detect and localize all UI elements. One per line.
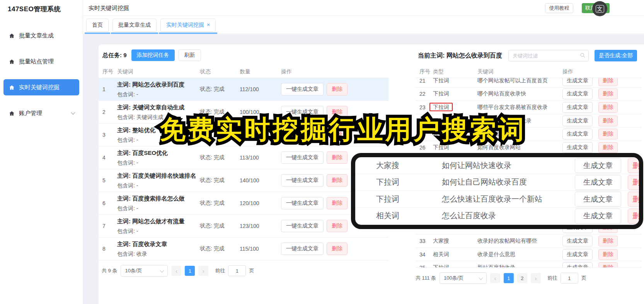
- delete-button[interactable]: 删除: [628, 158, 643, 173]
- delete-button[interactable]: 删除: [628, 209, 643, 224]
- generate-article-button[interactable]: 一键生成文章: [281, 151, 324, 164]
- generate-article-button[interactable]: 一键生成文章: [281, 83, 324, 95]
- generate-article-button[interactable]: 生成文章: [562, 78, 593, 86]
- delete-button[interactable]: 删除: [598, 88, 618, 99]
- row-number: 1: [102, 86, 117, 92]
- generate-article-button[interactable]: 一键生成文章: [281, 174, 324, 187]
- goto-label: 前往: [215, 267, 225, 274]
- page-1-button[interactable]: 1: [504, 273, 514, 283]
- table-row[interactable]: 7 主词: 网站怎么做才有流量 包含词: - 状态: 完成 123/100 一键…: [99, 215, 388, 238]
- generate-article-button[interactable]: 生成文章: [562, 129, 593, 139]
- page-unit-label: 页: [581, 275, 586, 282]
- include-word: 包含词: -: [117, 182, 200, 190]
- promo-headline-text: 免费实时挖掘行业用户搜索词: [160, 115, 526, 144]
- tab-batch-article[interactable]: 批量文章生成: [112, 19, 157, 32]
- generate-article-button[interactable]: 生成文章: [562, 142, 593, 153]
- delete-button[interactable]: 删除: [598, 236, 618, 246]
- generate-article-button[interactable]: 生成文章: [575, 158, 621, 173]
- generate-article-button[interactable]: 生成文章: [562, 262, 593, 268]
- add-task-button[interactable]: 添加挖词任务: [131, 49, 175, 61]
- delete-button[interactable]: 删除: [598, 249, 618, 260]
- prev-page-button[interactable]: ‹: [490, 273, 500, 283]
- delete-button[interactable]: 删除: [598, 78, 618, 86]
- tab-home[interactable]: 首页: [86, 19, 109, 32]
- sidebar-menu: 批量文章生成 批量站点管理 实时关键词挖掘 账户管理: [0, 27, 83, 121]
- next-page-button[interactable]: ›: [198, 266, 208, 276]
- page-2-button[interactable]: 2: [517, 273, 527, 283]
- keyword-text: 收录好的发帖网站有哪些: [477, 238, 562, 245]
- generate-article-button[interactable]: 一键生成文章: [281, 243, 324, 255]
- table-row: 22 下拉词 哪个网站百度收录快 生成文章 删除: [416, 88, 642, 101]
- keyword-panel-header: 当前主词: 网站怎么收录到百度 是否生成:全部: [416, 49, 642, 62]
- generate-article-button[interactable]: 生成文章: [575, 175, 621, 190]
- delete-button[interactable]: 删除: [327, 243, 348, 255]
- generate-article-button[interactable]: 生成文章: [575, 209, 621, 224]
- next-page-button[interactable]: ›: [531, 273, 541, 283]
- row-number: 3: [102, 132, 117, 138]
- delete-button[interactable]: 删除: [628, 192, 643, 207]
- row-keyword-cell: 主词: 网站怎么收录到百度 包含词: -: [117, 80, 200, 99]
- sidebar-item-batch-site[interactable]: 批量站点管理: [3, 53, 79, 70]
- goto-page-input[interactable]: [228, 265, 246, 276]
- keyword-type: 下拉词: [376, 194, 442, 204]
- inset-row: 大家搜 如何让网站快速收录 生成文章 删除: [355, 157, 639, 174]
- refresh-button[interactable]: 刷新: [179, 49, 201, 61]
- sidebar-item-keyword-mining[interactable]: 实时关键词挖掘: [3, 79, 79, 95]
- goto-label: 前往: [547, 275, 557, 282]
- delete-button[interactable]: 删除: [598, 262, 618, 268]
- help-button[interactable]: 使用教程: [545, 3, 573, 13]
- generate-article-button[interactable]: 生成文章: [575, 192, 621, 207]
- tab-keyword-mining[interactable]: 实时关键词挖掘×: [160, 19, 216, 32]
- delete-button[interactable]: 删除: [327, 220, 348, 232]
- delete-button[interactable]: 删除: [598, 102, 618, 113]
- keyword-type: 大家搜: [433, 238, 449, 244]
- delete-button[interactable]: 删除: [628, 175, 643, 190]
- prev-page-button[interactable]: ‹: [171, 266, 181, 276]
- generate-article-button[interactable]: 生成文章: [562, 102, 593, 113]
- home-icon: [9, 110, 15, 116]
- sidebar-item-account[interactable]: 账户管理: [3, 105, 79, 121]
- generate-all-button[interactable]: 是否生成:全部: [595, 50, 637, 61]
- delete-button[interactable]: 删除: [327, 151, 348, 164]
- home-icon: [9, 59, 15, 65]
- delete-button[interactable]: 删除: [327, 174, 348, 187]
- row-number: 33: [416, 238, 433, 244]
- close-icon[interactable]: ×: [207, 22, 210, 28]
- generate-article-button[interactable]: 一键生成文章: [281, 197, 324, 209]
- row-keyword-cell: 主词: 百度SEO优化 包含词: -: [117, 148, 200, 167]
- generate-article-button[interactable]: 生成文章: [562, 115, 593, 126]
- table-row[interactable]: 1 主词: 网站怎么收录到百度 包含词: - 状态: 完成 112/100 一键…: [99, 78, 388, 101]
- zoom-inset-box: 大家搜 如何让网站快速收录 生成文章 删除 下拉词 如何让自己网站收录百度 生成…: [351, 153, 643, 229]
- translate-icon[interactable]: 文: [592, 1, 607, 16]
- include-word: 包含词: -: [117, 227, 200, 235]
- delete-button[interactable]: 删除: [327, 197, 348, 209]
- keyword-filter: [508, 50, 589, 61]
- generate-article-button[interactable]: 生成文章: [562, 88, 593, 99]
- tab-bar: 首页 批量文章生成 实时关键词挖掘×: [83, 16, 644, 34]
- row-number: 26: [416, 144, 433, 151]
- inset-row: 相关词 怎么让百度收录 生成文章 删除: [355, 208, 639, 225]
- page-size-select[interactable]: 100条/页: [440, 272, 487, 284]
- task-panel: 总任务: 9 添加挖词任务 刷新 序号 关键词 状态 数量 操作 1 主词: 网…: [102, 49, 388, 277]
- column-ops: 操作: [562, 68, 642, 75]
- include-word: 包含词: 收录: [117, 250, 200, 258]
- delete-button[interactable]: 删除: [598, 142, 618, 153]
- table-row[interactable]: 4 主词: 百度SEO优化 包含词: - 状态: 完成 113/100 一键生成…: [99, 146, 388, 169]
- delete-button[interactable]: 删除: [327, 83, 348, 95]
- generate-article-button[interactable]: 一键生成文章: [281, 220, 324, 232]
- goto-page-input[interactable]: [561, 273, 578, 284]
- delete-button[interactable]: 删除: [598, 129, 618, 139]
- generate-article-button[interactable]: 生成文章: [562, 249, 593, 260]
- column-no: 序号: [416, 68, 433, 75]
- sidebar-item-batch-article[interactable]: 批量文章生成: [3, 27, 79, 44]
- generate-article-button[interactable]: 生成文章: [562, 236, 593, 246]
- table-row[interactable]: 5 主词: 百度关键词排名快速排名 包含词: - 状态: 完成 140/100 …: [99, 169, 388, 192]
- keyword-type: 下拉词: [429, 103, 453, 111]
- page-1-button[interactable]: 1: [185, 266, 195, 276]
- keyword-filter-input[interactable]: [508, 50, 589, 61]
- table-row[interactable]: 6 主词: 百度搜索排名怎么做 包含词: - 状态: 完成 120/100 一键…: [99, 192, 388, 215]
- page-size-select[interactable]: 10条/页: [121, 265, 168, 277]
- delete-button[interactable]: 删除: [598, 115, 618, 126]
- keyword-type: 下拉词: [433, 90, 449, 97]
- table-row[interactable]: 8 主词: 百度收录文章 包含词: 收录 状态: 完成 115/100 一键生成…: [99, 238, 388, 260]
